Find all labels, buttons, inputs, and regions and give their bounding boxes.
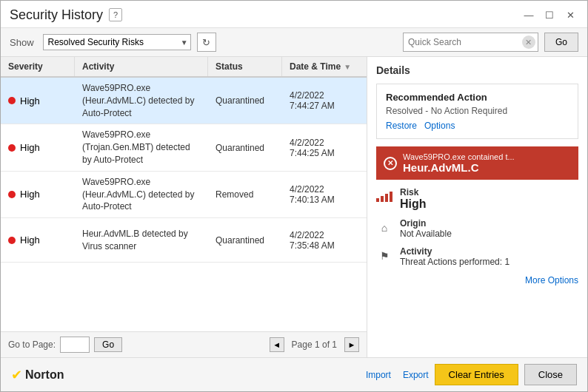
show-label: Show	[10, 37, 34, 48]
threat-x-icon: ✕	[384, 157, 397, 170]
export-link[interactable]: Export	[403, 370, 429, 380]
col-datetime: Date & Time ▼	[282, 57, 367, 76]
close-window-button[interactable]: ✕	[562, 7, 578, 23]
options-link[interactable]: Options	[424, 121, 455, 131]
threat-text: Wave59PRO.exe contained t... Heur.AdvML.…	[403, 152, 515, 174]
severity-value: High	[20, 234, 40, 246]
severity-cell: High	[1, 91, 75, 111]
more-options: More Options	[376, 274, 578, 285]
goto-label: Go to Page:	[8, 339, 56, 350]
activity-detail-label: Activity	[400, 246, 578, 257]
title-bar-left: Security History ?	[10, 7, 122, 23]
activity-item: ⚑ Activity Threat Actions performed: 1	[376, 246, 578, 267]
origin-value: Not Available	[400, 229, 578, 239]
severity-dot	[8, 97, 16, 104]
table-row[interactable]: High Wave59PRO.exe (Heur.AdvML.C) detect…	[1, 172, 367, 218]
datetime-cell: 4/2/20227:44:27 AM	[282, 86, 367, 115]
help-button[interactable]: ?	[109, 8, 122, 21]
main-content: Severity Activity Status Date & Time ▼ H…	[1, 57, 587, 357]
severity-dot	[8, 237, 16, 244]
severity-dot	[8, 191, 16, 198]
home-icon: ⌂	[376, 220, 392, 236]
threat-virus-name: Heur.AdvML.C	[403, 161, 515, 174]
recommended-title: Recommended Action	[386, 92, 569, 103]
risk-item: Risk High	[376, 187, 578, 211]
norton-logo: ✔ Norton	[11, 367, 64, 383]
maximize-button[interactable]: ☐	[541, 7, 558, 23]
threat-short-name: Wave59PRO.exe contained t...	[403, 152, 515, 161]
prev-page-button[interactable]: ◄	[270, 337, 284, 352]
right-panel: Details Recommended Action Resolved - No…	[367, 57, 587, 357]
toolbar: Show Resolved Security Risks ▼ ↻ ✕ Go	[1, 28, 587, 57]
table-body: High Wave59PRO.exe (Heur.AdvML.C) detect…	[1, 78, 367, 331]
clear-entries-button[interactable]: Clear Entries	[435, 364, 518, 385]
status-cell: Removed	[208, 185, 282, 204]
activity-detail-content: Activity Threat Actions performed: 1	[400, 246, 578, 267]
table-row[interactable]: High Wave59PRO.exe (Heur.AdvML.C) detect…	[1, 78, 367, 124]
severity-dot	[8, 144, 16, 152]
minimize-button[interactable]: —	[521, 7, 537, 23]
goto-page-input[interactable]	[60, 337, 90, 353]
activity-cell: Heur.AdvML.B detected by Virus scanner	[75, 223, 208, 257]
details-title: Details	[376, 64, 578, 76]
col-activity: Activity	[75, 57, 208, 76]
severity-cell: High	[1, 138, 75, 158]
table-header: Severity Activity Status Date & Time ▼	[1, 57, 367, 78]
severity-cell: High	[1, 184, 75, 204]
page-info: Page 1 of 1	[287, 339, 341, 350]
risk-bars-icon	[376, 192, 392, 202]
status-cell: Quarantined	[208, 91, 282, 110]
severity-value: High	[20, 95, 40, 107]
close-button[interactable]: Close	[524, 364, 577, 385]
search-wrapper: ✕	[403, 33, 538, 52]
window-controls: — ☐ ✕	[521, 7, 578, 23]
show-select-wrapper: Resolved Security Risks ▼	[43, 34, 191, 50]
next-page-button[interactable]: ►	[344, 337, 359, 352]
risk-content: Risk High	[400, 187, 578, 211]
left-panel: Severity Activity Status Date & Time ▼ H…	[1, 57, 367, 357]
col-status: Status	[208, 57, 282, 76]
severity-value: High	[20, 189, 40, 200]
datetime-cell: 4/2/20227:44:25 AM	[282, 133, 367, 163]
severity-cell: High	[1, 230, 75, 250]
table-row[interactable]: High Wave59PRO.exe (Trojan.Gen.MBT) dete…	[1, 124, 367, 171]
title-bar: Security History ? — ☐ ✕	[1, 1, 587, 28]
status-cell: Quarantined	[208, 231, 282, 250]
page-nav: ◄ Page 1 of 1 ►	[270, 337, 359, 352]
search-go-button[interactable]: Go	[544, 33, 578, 52]
goto-go-button[interactable]: Go	[94, 337, 122, 352]
activity-cell: Wave59PRO.exe (Trojan.Gen.MBT) detected …	[75, 124, 208, 170]
refresh-button[interactable]: ↻	[197, 33, 216, 52]
show-dropdown[interactable]: Resolved Security Risks	[43, 34, 191, 50]
activity-cell: Wave59PRO.exe (Heur.AdvML.C) detected by…	[75, 172, 208, 217]
risk-label: Risk	[400, 187, 578, 197]
activity-cell: Wave59PRO.exe (Heur.AdvML.C) detected by…	[75, 78, 208, 124]
table-row[interactable]: High Heur.AdvML.B detected by Virus scan…	[1, 218, 367, 263]
datetime-cell: 4/2/20227:40:13 AM	[282, 180, 367, 209]
pagination-bar: Go to Page: Go ◄ Page 1 of 1 ►	[1, 331, 367, 357]
restore-link[interactable]: Restore	[386, 121, 417, 131]
risk-icon	[376, 189, 392, 205]
search-clear-icon[interactable]: ✕	[522, 36, 535, 49]
norton-brand-name: Norton	[25, 368, 64, 382]
status-cell: Quarantined	[208, 138, 282, 158]
threat-banner: ✕ Wave59PRO.exe contained t... Heur.AdvM…	[376, 146, 578, 180]
recommended-action-box: Recommended Action Resolved - No Action …	[376, 84, 578, 139]
origin-content: Origin Not Available	[400, 218, 578, 239]
search-input[interactable]	[404, 36, 522, 49]
datetime-cell: 4/2/20227:35:48 AM	[282, 226, 367, 255]
recommended-links: Restore Options	[386, 121, 569, 131]
recommended-status: Resolved - No Action Required	[386, 106, 569, 116]
main-window: Security History ? — ☐ ✕ Show Resolved S…	[0, 0, 588, 392]
window-title: Security History	[10, 7, 103, 23]
severity-value: High	[20, 142, 40, 153]
import-link[interactable]: Import	[366, 370, 391, 380]
origin-label: Origin	[400, 218, 578, 229]
origin-item: ⌂ Origin Not Available	[376, 218, 578, 239]
sort-icon: ▼	[344, 63, 351, 71]
more-options-link[interactable]: More Options	[525, 275, 578, 285]
col-severity: Severity	[1, 57, 75, 76]
norton-checkmark-icon: ✔	[11, 367, 22, 383]
flag-icon: ⚑	[376, 248, 392, 264]
risk-value: High	[400, 197, 578, 211]
